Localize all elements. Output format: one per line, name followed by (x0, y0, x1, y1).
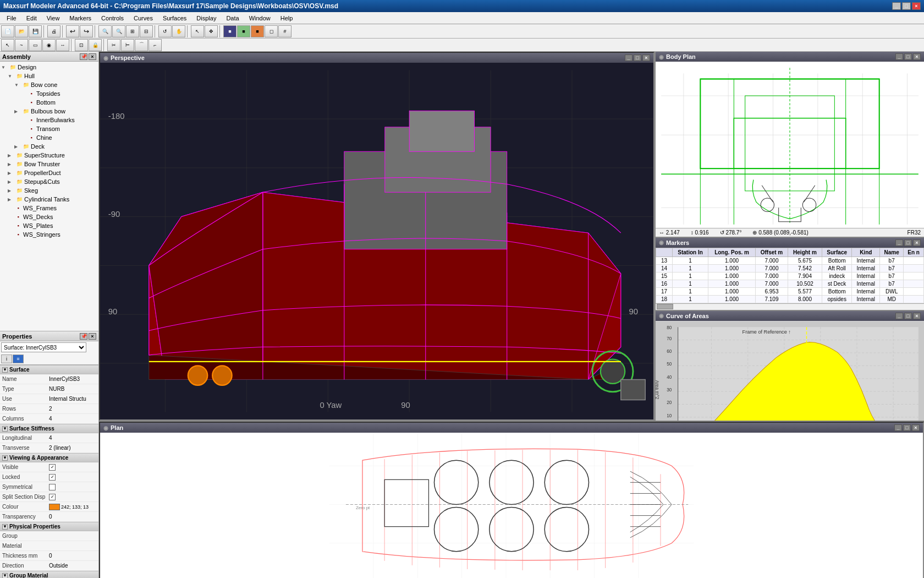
grid-button[interactable]: # (278, 25, 292, 37)
appearance-expand-icon[interactable]: ▼ (2, 455, 8, 461)
body-plan-maximize-button[interactable]: □ (904, 53, 912, 60)
save-button[interactable]: 💾 (29, 25, 42, 37)
tree-item-cylindrical-tanks[interactable]: ▶ 📁 Cylindrical Tanks (8, 195, 97, 204)
tree-item-deck[interactable]: ▶ 📁 Deck (14, 142, 97, 151)
arrow-tool[interactable]: ↖ (1, 39, 14, 51)
print-button[interactable]: 🖨 (47, 25, 61, 37)
table-row[interactable]: 16 1 1.000 7.000 10.502 st Deck Internal… (656, 280, 924, 287)
tree-item-ws-decks[interactable]: ▪ WS_Decks (8, 212, 97, 221)
surface-section-header[interactable]: ▼ Surface (0, 365, 98, 374)
menu-edit[interactable]: Edit (22, 14, 41, 23)
new-button[interactable]: 📄 (1, 25, 14, 37)
wireframe-button[interactable]: ■ (237, 25, 250, 37)
assembly-tree[interactable]: ▼ 📁 Design ▼ 📁 Hull ▼ 📁 Bow cone ▪ Topsi… (0, 62, 98, 331)
physical-section-header[interactable]: ▼ Physical Properties (0, 522, 98, 531)
surface-tool[interactable]: ▭ (29, 39, 42, 51)
properties-close-button[interactable]: × (89, 333, 96, 340)
select-button[interactable]: ↖ (191, 25, 204, 37)
curve-areas-canvas[interactable]: Frame of Reference ↑ Area m^2 0 10 20 30… (656, 321, 924, 421)
tree-item-bulbous-bow[interactable]: ▶ 📁 Bulbous bow (14, 107, 97, 116)
tree-item-bow-thruster[interactable]: ▶ 📁 Bow Thruster (8, 160, 97, 168)
tree-item-transom[interactable]: ▪ Transom (21, 124, 97, 133)
perspective-minimize-button[interactable]: _ (625, 54, 632, 61)
body-plan-minimize-button[interactable]: _ (895, 53, 903, 60)
curve-tool[interactable]: ~ (15, 39, 28, 51)
snap-tool[interactable]: ⊡ (75, 39, 88, 51)
table-row[interactable]: 18 1 1.000 7.109 8.000 opsides Internal … (656, 295, 924, 303)
table-row[interactable]: 17 1 1.000 6.953 5.577 Bottom Internal D… (656, 287, 924, 295)
tree-item-bow-cone[interactable]: ▼ 📁 Bow cone (14, 80, 97, 89)
menu-data[interactable]: Data (222, 14, 243, 23)
tree-item-ws-frames[interactable]: ▪ WS_Frames (8, 204, 97, 212)
tree-item-design[interactable]: ▼ 📁 Design (1, 63, 97, 72)
dimension-tool[interactable]: ↔ (56, 39, 69, 51)
markers-minimize-button[interactable]: _ (895, 239, 903, 246)
rotate-button[interactable]: ↺ (158, 25, 172, 37)
menu-curves[interactable]: Curves (129, 14, 157, 23)
table-row[interactable]: 14 1 1.000 7.000 7.542 Aft Roll Internal… (656, 264, 924, 272)
menu-display[interactable]: Display (192, 14, 221, 23)
zoom-all-button[interactable]: ⊞ (126, 25, 139, 37)
menu-controls[interactable]: Controls (97, 14, 128, 23)
surface-dropdown[interactable]: Surface: InnerCylSB3 (1, 342, 86, 352)
curve-areas-close-button[interactable]: × (913, 313, 921, 319)
tree-item-stepup-cuts[interactable]: ▶ 📁 Stepup&Cuts (8, 177, 97, 186)
pan-button[interactable]: ✋ (172, 25, 185, 37)
plan-minimize-button[interactable]: _ (894, 424, 902, 431)
body-plan-close-button[interactable]: × (913, 53, 921, 60)
marker-tool[interactable]: ◉ (42, 39, 56, 51)
shading-button[interactable]: ■ (223, 25, 237, 37)
plan-viewport[interactable]: ◉ Plan _ □ × (99, 422, 924, 578)
surface-expand-icon[interactable]: ▼ (2, 367, 8, 373)
group-material-expand-icon[interactable]: ▼ (2, 573, 8, 579)
menu-view[interactable]: View (42, 14, 64, 23)
curve-areas-maximize-button[interactable]: □ (904, 313, 912, 319)
properties-pin-button[interactable]: 📌 (80, 333, 87, 340)
tree-item-hull[interactable]: ▼ 📁 Hull (8, 72, 97, 80)
perspective-viewport[interactable]: ◉ Perspective _ □ × (99, 52, 654, 421)
tree-item-topsides[interactable]: ▪ Topsides (21, 89, 97, 98)
move-button[interactable]: ✥ (205, 25, 218, 37)
tree-item-ws-plates[interactable]: ▪ WS_Plates (8, 221, 97, 230)
close-button[interactable]: × (912, 2, 921, 10)
plan-canvas[interactable]: Zero pt (100, 433, 923, 578)
physical-expand-icon[interactable]: ▼ (2, 524, 8, 530)
group-material-section-header[interactable]: ▼ Group Material (0, 571, 98, 578)
prop-tab-2[interactable]: ≡ (13, 355, 24, 363)
prop-tab-1[interactable]: i (1, 355, 12, 363)
table-row[interactable]: 15 1 1.000 7.000 7.904 indeck Internal b… (656, 272, 924, 280)
chamfer-tool[interactable]: ⌐ (148, 39, 162, 51)
zoom-in-button[interactable]: 🔍 (98, 25, 112, 37)
menu-markers[interactable]: Markers (65, 14, 96, 23)
undo-button[interactable]: ↩ (66, 25, 79, 37)
colour-swatch[interactable] (49, 504, 60, 510)
symmetrical-checkbox[interactable] (49, 484, 56, 490)
redo-button[interactable]: ↪ (80, 25, 93, 37)
markers-table[interactable]: Station In Long. Pos. m Offset m Height … (656, 248, 924, 303)
table-row[interactable]: 13 1 1.000 7.000 5.675 Bottom Internal b… (656, 257, 924, 264)
tree-item-innerbulwarks[interactable]: ▪ InnerBulwarks (21, 116, 97, 124)
minimize-button[interactable]: _ (892, 2, 901, 10)
menu-help[interactable]: Help (276, 14, 298, 23)
trim-tool[interactable]: ✂ (107, 39, 120, 51)
tree-item-propeller-duct[interactable]: ▶ 📁 PropellerDuct (8, 168, 97, 177)
open-button[interactable]: 📂 (15, 25, 28, 37)
markers-scrollbar-thumb[interactable] (657, 304, 673, 309)
curve-areas-minimize-button[interactable]: _ (895, 313, 903, 319)
menu-file[interactable]: File (2, 14, 21, 23)
perspective-close-button[interactable]: × (642, 54, 650, 61)
locked-checkbox[interactable]: ✓ (49, 474, 56, 481)
hidden-button[interactable]: ◻ (265, 25, 278, 37)
zoom-fit-button[interactable]: ⊟ (140, 25, 153, 37)
lock-tool[interactable]: 🔒 (89, 39, 102, 51)
plan-maximize-button[interactable]: □ (903, 424, 911, 431)
menu-window[interactable]: Window (245, 14, 275, 23)
maximize-button[interactable]: □ (902, 2, 911, 10)
stiffness-section-header[interactable]: ▼ Surface Stiffness (0, 424, 98, 433)
menu-surfaces[interactable]: Surfaces (158, 14, 191, 23)
tree-item-superstructure[interactable]: ▶ 📁 SuperStructure (8, 151, 97, 160)
points-button[interactable]: ■ (251, 25, 264, 37)
assembly-close-button[interactable]: × (89, 53, 96, 60)
markers-maximize-button[interactable]: □ (904, 239, 912, 246)
zoom-out-button[interactable]: 🔍 (112, 25, 125, 37)
